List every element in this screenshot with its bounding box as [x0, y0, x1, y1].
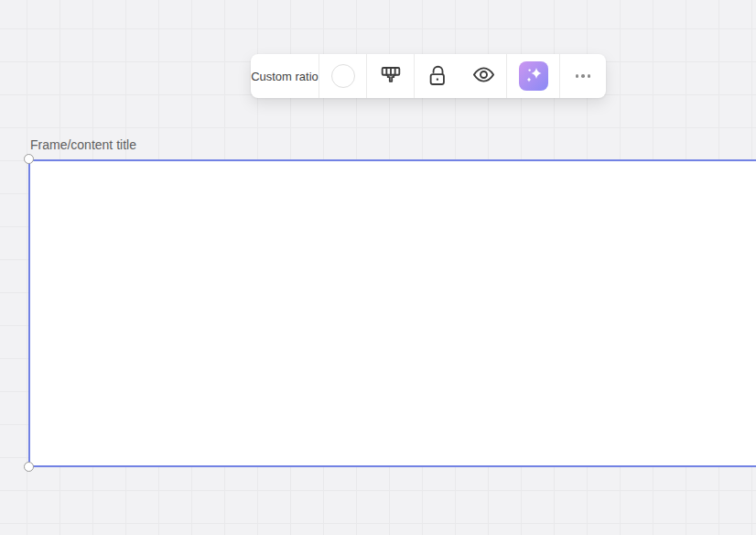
- ai-assist-button[interactable]: [507, 54, 559, 98]
- visibility-button[interactable]: [460, 54, 506, 98]
- fill-color-swatch-icon: [331, 64, 355, 88]
- paint-roller-icon: [379, 63, 403, 90]
- ai-sparkles-icon: [519, 60, 548, 93]
- ellipsis-icon: [576, 74, 579, 78]
- selection-handle-bottom-left[interactable]: [24, 462, 34, 472]
- fill-color-button[interactable]: [319, 54, 366, 98]
- lock-button[interactable]: [415, 54, 460, 98]
- lock-visibility-group: [415, 54, 506, 98]
- frame-title[interactable]: Frame/content title: [30, 137, 136, 152]
- paint-roller-button[interactable]: [367, 54, 414, 98]
- ellipsis-icon: [588, 74, 591, 78]
- eye-icon: [471, 62, 496, 90]
- context-toolbar: Custom ratio: [251, 54, 606, 98]
- whiteboard-canvas[interactable]: Frame/content title Custom ratio: [0, 0, 756, 535]
- custom-ratio-button[interactable]: Custom ratio: [251, 54, 319, 98]
- more-options-button[interactable]: [560, 54, 606, 98]
- selection-handle-top-left[interactable]: [24, 154, 34, 164]
- selected-frame[interactable]: [28, 159, 756, 467]
- ai-chip: [519, 61, 548, 91]
- ellipsis-icon: [581, 74, 585, 78]
- unlock-icon: [426, 63, 449, 90]
